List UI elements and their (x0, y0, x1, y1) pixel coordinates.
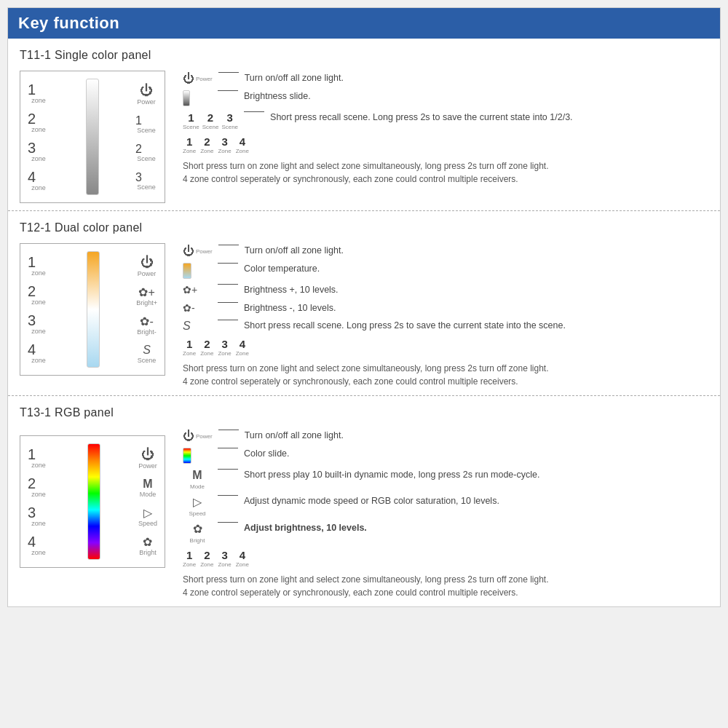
power-icon-t13: ⏻ (141, 447, 154, 462)
power-desc-icon-t11: ⏻ Power (183, 72, 213, 85)
s-desc-t12: S (183, 320, 212, 333)
desc-scene-t11: 1 Scene 2 Scene 3 Scene Short pre (183, 111, 708, 130)
zone-4-t13: 4 zone (28, 534, 50, 556)
section-title-t12: T12-1 Dual color panel (20, 221, 708, 234)
zone-1-t11: 1 zone (28, 82, 50, 104)
page-title: Key function (18, 14, 710, 33)
note-t12: Short press turn on zone light and selec… (183, 362, 708, 388)
slider-t13 (54, 443, 134, 560)
desc-text-colorslide-t13: Color slide. (244, 448, 290, 461)
section-title-t13: T13-1 RGB panel (20, 406, 708, 419)
desc-colortemp-t12: Color temperature. (183, 263, 708, 279)
section-t13: T13-1 RGB panel 1 zone 2 zone (8, 396, 720, 606)
desc-text-colortemp-t12: Color temperature. (244, 263, 320, 276)
desc-power-t13: ⏻ Power Turn on/off all zone light. (183, 430, 708, 443)
zone-4-t11: 4 zone (28, 170, 50, 191)
header: Key function (8, 8, 720, 39)
slider-t12 (54, 251, 132, 368)
zone-2-t11: 2 zone (28, 111, 50, 133)
desc-speed-t13: ▷ Speed Adjust dynamic mode speed or RGB… (183, 495, 708, 517)
desc-text-scene-t11: Short press recall scene. Long press 2s … (270, 111, 573, 124)
desc-bright-minus-t12: ✿- Brightness -, 10 levels. (183, 302, 708, 315)
desc-text-mode-t13: Short press play 10 built-in dynamic mod… (244, 469, 539, 482)
color-temp-slider-t12 (87, 251, 100, 368)
panel-box-t13: 1 zone 2 zone 3 zone 4 z (20, 435, 165, 568)
page: Key function T11-1 Single color panel 1 … (7, 7, 721, 607)
power-icon-t12: ⏻ (141, 255, 154, 270)
power-btn-t11: ⏻ Power (135, 83, 157, 106)
desc-text-s-t12: Short press recall scene. Long press 2s … (244, 320, 566, 333)
bright-minus-icon-t12: ✿- (140, 314, 153, 328)
colorslide-desc-icon-t13 (183, 448, 212, 464)
desc-mode-t13: M Mode Short press play 10 built-in dyna… (183, 469, 708, 490)
power-sym-t12: ⏻ (183, 245, 194, 258)
panel-main-t13: 1 zone 2 zone 3 zone 4 z (28, 443, 157, 560)
zone-3-t11: 3 zone (28, 141, 50, 162)
scene2-btn-t11: 2 Scene (135, 143, 157, 162)
bright-minus-desc-t12: ✿- (183, 302, 212, 314)
section-content-t11: 1 zone 2 zone 3 zone 4 z (20, 71, 708, 203)
zone-2-t13: 2 zone (28, 476, 50, 498)
panel-main-t11: 1 zone 2 zone 3 zone 4 z (28, 79, 157, 195)
power-desc-icon-t13: ⏻ Power (183, 430, 213, 443)
note-t11: Short press turn on zone light and selec… (183, 159, 708, 186)
colortemp-desc-icon-t12 (183, 263, 212, 279)
left-zones-t12: 1 zone 2 zone 3 zone 4 z (28, 251, 54, 368)
desc-text-power-t13: Turn on/off all zone light. (245, 430, 344, 443)
m-icon-t13: M (143, 478, 152, 491)
desc-zone-t12: 1 Zone 2 Zone 3 Zone 4 Z (183, 338, 708, 357)
desc-power-t12: ⏻ Power Turn on/off all zone light. (183, 245, 708, 258)
zone-nums-t11: 1 Zone 2 Zone 3 Zone 4 Z (183, 135, 249, 154)
panel-main-t12: 1 zone 2 zone 3 zone 4 z (28, 251, 157, 368)
s-icon-t12: S (143, 344, 151, 357)
mode-btn-t13: M Mode (138, 478, 157, 498)
left-zones-t11: 1 zone 2 zone 3 zone 4 z (28, 79, 54, 195)
dash-t11-3 (244, 111, 264, 112)
desc-bright-plus-t12: ✿+ Brightness +, 10 levels. (183, 284, 708, 297)
desc-text-bright-minus-t12: Brightness -, 10 levels. (244, 302, 336, 315)
bright-plus-desc-t12: ✿+ (183, 284, 212, 296)
desc-text-bright-plus-t12: Brightness +, 10 levels. (244, 284, 339, 297)
m-desc-t13: M Mode (183, 469, 212, 490)
desc-text-speed-t13: Adjust dynamic mode speed or RGB color s… (244, 495, 499, 508)
zone-1-t12: 1 zone (28, 255, 50, 277)
section-content-t12: 1 zone 2 zone 3 zone 4 z (20, 243, 708, 388)
desc-bright-t13: ✿ Bright Adjust brightness, 10 levels. (183, 522, 708, 544)
desc-col-t12: ⏻ Power Turn on/off all zone light. Colo… (183, 243, 708, 388)
zone-3-t13: 3 zone (28, 505, 50, 527)
desc-text-power-t12: Turn on/off all zone light. (245, 245, 344, 258)
slider-t11 (54, 79, 131, 195)
zone-nums-t12: 1 Zone 2 Zone 3 Zone 4 Z (183, 338, 249, 357)
m-sym-t13: M (192, 469, 202, 482)
speed-desc-t13: ▷ Speed (183, 495, 212, 517)
bright-btn-t13: ✿ Bright (138, 535, 157, 556)
rgb-slider-t13 (87, 443, 100, 560)
power-icon-t11: ⏻ (140, 83, 153, 98)
dash-t11-2 (218, 90, 238, 91)
section-t12: T12-1 Dual color panel 1 zone 2 zone (8, 211, 720, 396)
power-sym-t11: ⏻ (183, 72, 194, 85)
bright-icon-t13: ✿ (143, 535, 152, 549)
right-btns-t13: ⏻ Power M Mode ▷ Speed ✿ (134, 443, 157, 560)
gray-slide-icon-t11 (183, 90, 190, 106)
desc-power-t11: ⏻ Power Turn on/off all zone light. (183, 72, 708, 85)
speed-icon-t13: ▷ (143, 506, 152, 520)
right-btns-t11: ⏻ Power 1 Scene 2 Scene 3 (131, 79, 157, 195)
scene3-btn-t11: 3 Scene (135, 172, 157, 191)
zone-4-t12: 4 zone (28, 342, 50, 364)
section-content-t13: 1 zone 2 zone 3 zone 4 z (20, 428, 708, 599)
zone-nums-t13: 1 Zone 2 Zone 3 Zone 4 Z (183, 549, 249, 568)
desc-text-brightness-t11: Brightness slide. (244, 90, 311, 103)
rgb-slide-icon-t13 (183, 448, 191, 464)
brightness-slider-t11 (86, 79, 99, 195)
bright-sym-t13: ✿ (193, 522, 202, 536)
s-sym-t12: S (183, 320, 191, 333)
desc-text-bright-t13: Adjust brightness, 10 levels. (244, 522, 367, 535)
power-desc-icon-t12: ⏻ Power (183, 245, 213, 258)
bright-minus-btn-t12: ✿- Bright- (136, 314, 157, 336)
power-sym-t13: ⏻ (183, 430, 194, 443)
scene-s-btn-t12: S Scene (136, 344, 157, 364)
section-title-t11: T11-1 Single color panel (20, 49, 708, 62)
scene1-btn-t11: 1 Scene (135, 115, 157, 134)
bright-plus-icon-t12: ✿+ (138, 285, 154, 299)
